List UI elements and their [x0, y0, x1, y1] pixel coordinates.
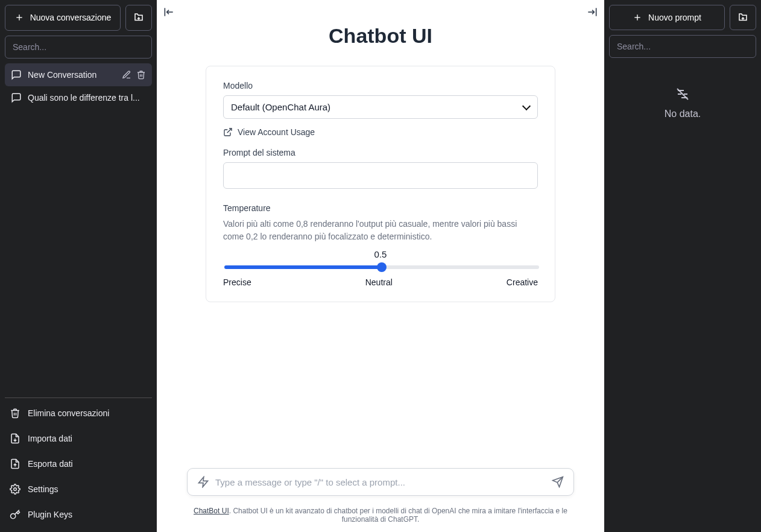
import-data-button[interactable]: Importa dati [5, 426, 152, 451]
new-conversation-label: Nuova conversazione [30, 13, 112, 23]
external-link-icon [223, 127, 233, 137]
svg-marker-12 [199, 477, 208, 487]
action-label: Plugin Keys [28, 510, 72, 519]
new-conversation-button[interactable]: Nuova conversazione [5, 5, 121, 31]
folder-plus-icon [737, 12, 748, 23]
temp-low-label: Precise [223, 277, 251, 287]
svg-line-11 [227, 128, 232, 133]
account-usage-label: View Account Usage [238, 127, 315, 137]
collapse-right-sidebar-button[interactable] [586, 6, 598, 18]
temperature-description: Valori più alti come 0,8 renderanno l'ou… [223, 218, 538, 243]
message-input-area [157, 458, 604, 501]
trash-icon [10, 408, 21, 419]
message-input[interactable] [209, 477, 552, 487]
chat-icon [11, 92, 22, 103]
settings-button[interactable]: Settings [5, 477, 152, 502]
action-label: Importa dati [28, 434, 72, 443]
edit-icon[interactable] [122, 70, 131, 80]
model-settings-card: Modello Default (OpenChat Aura) View Acc… [206, 66, 555, 302]
conversation-search-input[interactable] [5, 36, 152, 59]
system-prompt-input[interactable] [223, 162, 538, 189]
no-data-icon [675, 87, 690, 101]
export-data-button[interactable]: Esporta dati [5, 451, 152, 477]
trash-icon[interactable] [136, 70, 146, 80]
import-icon [10, 433, 21, 444]
chat-icon [11, 69, 22, 80]
message-box [187, 468, 574, 496]
left-sidebar: Nuova conversazione New Conversation Qua… [0, 0, 157, 532]
folder-plus-icon [133, 12, 144, 23]
conversation-item[interactable]: New Conversation [5, 63, 152, 86]
action-label: Settings [28, 484, 58, 494]
new-prompt-folder-button[interactable] [730, 5, 756, 30]
new-prompt-label: Nuovo prompt [648, 13, 701, 22]
account-usage-link[interactable]: View Account Usage [223, 127, 538, 137]
new-folder-button[interactable] [125, 5, 152, 31]
gear-icon [10, 484, 21, 495]
footer-link[interactable]: ChatBot UI [194, 507, 229, 515]
arrow-bar-left-icon [163, 6, 175, 18]
arrow-bar-right-icon [586, 6, 598, 18]
model-select[interactable]: Default (OpenChat Aura) [223, 95, 538, 119]
action-label: Esporta dati [28, 459, 73, 469]
prompt-empty-state: No data. [609, 87, 756, 527]
right-sidebar: Nuovo prompt No data. [604, 0, 761, 532]
no-data-label: No data. [665, 109, 701, 119]
model-label: Modello [223, 81, 538, 90]
collapse-left-sidebar-button[interactable] [163, 6, 175, 18]
main-area: Chatbot UI Modello Default (OpenChat Aur… [157, 0, 604, 532]
prompt-search-input[interactable] [609, 35, 756, 58]
app-title: Chatbot UI [329, 24, 432, 48]
temperature-label: Temperature [223, 203, 538, 213]
plugin-keys-button[interactable]: Plugin Keys [5, 502, 152, 527]
plus-icon [14, 13, 24, 22]
conversation-item[interactable]: Quali sono le differenze tra l... [5, 86, 152, 109]
new-prompt-button[interactable]: Nuovo prompt [609, 5, 725, 30]
action-label: Elimina conversazioni [28, 408, 109, 418]
conversation-list: New Conversation Quali sono le differenz… [5, 63, 152, 397]
temperature-value: 0.5 [223, 249, 538, 259]
conversation-label: Quali sono le differenze tra l... [28, 93, 146, 103]
send-icon[interactable] [552, 476, 564, 488]
temp-high-label: Creative [507, 277, 538, 287]
temp-mid-label: Neutral [365, 277, 393, 287]
sidebar-footer: Elimina conversazioni Importa dati Espor… [5, 397, 152, 527]
export-icon [10, 458, 21, 469]
bolt-icon[interactable] [197, 476, 209, 488]
temperature-scale-labels: Precise Neutral Creative [223, 277, 538, 287]
plus-icon [633, 13, 642, 22]
key-icon [10, 509, 21, 520]
clear-conversations-button[interactable]: Elimina conversazioni [5, 401, 152, 426]
system-prompt-label: Prompt del sistema [223, 148, 538, 157]
footer-text: . Chatbot UI è un kit avanzato di chatbo… [229, 507, 567, 524]
footer: ChatBot UI. Chatbot UI è un kit avanzato… [157, 501, 604, 532]
conversation-label: New Conversation [28, 70, 116, 80]
temperature-slider[interactable] [224, 265, 539, 269]
svg-point-6 [14, 488, 17, 491]
